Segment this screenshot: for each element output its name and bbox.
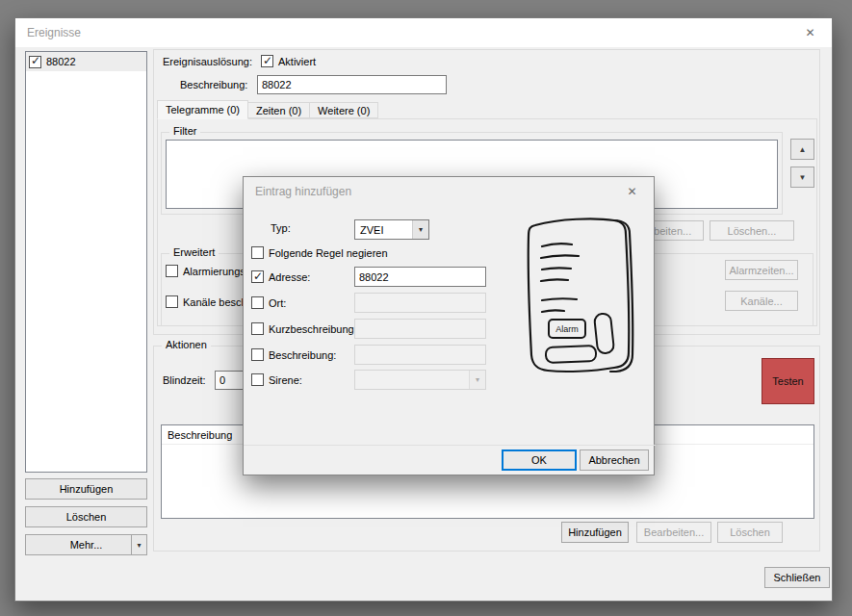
trigger-label: Ereignisauslösung: <box>163 56 252 67</box>
description-label: Beschreibung: <box>180 79 247 90</box>
filter-delete-button[interactable]: Löschen... <box>710 220 794 241</box>
location-checkrow[interactable]: Ort: <box>251 296 286 309</box>
tab-telegramme[interactable]: Telegramme (0) <box>157 100 248 119</box>
siren-label: Sirene: <box>269 374 302 386</box>
location-label: Ort: <box>269 297 286 309</box>
alarm-times-label: Alarmierungsz <box>183 266 250 277</box>
move-down-button[interactable]: ▼ <box>790 167 814 188</box>
tab-zeiten[interactable]: Zeiten (0) <box>248 102 310 118</box>
type-dropdown[interactable]: ZVEI ▾ <box>354 219 429 240</box>
dialog-title: Eintrag hinzufügen <box>255 185 351 198</box>
advanced-group-label: Erweitert <box>169 246 219 258</box>
negate-checkbox[interactable] <box>251 246 264 259</box>
alarm-times-button[interactable]: Alarmzeiten... <box>725 260 798 280</box>
action-add-button[interactable]: Hinzufügen <box>561 522 629 543</box>
event-checkbox[interactable] <box>29 56 41 68</box>
tab-label: Telegramme (0) <box>166 104 240 116</box>
blind-time-label: Blindzeit: <box>163 374 206 386</box>
sketch-alarm-label: Alarm <box>555 324 579 334</box>
main-titlebar[interactable]: Ereignisse ✕ <box>15 18 832 47</box>
dialog-close-icon[interactable]: ✕ <box>610 177 654 206</box>
type-value: ZVEI <box>360 224 383 236</box>
channels-label: Kanäle besch <box>183 296 247 308</box>
chevron-down-icon[interactable]: ▾ <box>412 220 428 239</box>
channels-checkbox[interactable] <box>166 295 178 308</box>
delete-event-button[interactable]: Löschen <box>25 506 147 527</box>
address-checkrow[interactable]: Adresse: <box>251 270 310 283</box>
channels-button[interactable]: Kanäle... <box>725 291 798 311</box>
description-label: Beschreibung: <box>269 349 336 361</box>
filter-group-label: Filter <box>169 125 200 137</box>
chevron-down-icon[interactable]: ▾ <box>131 535 146 554</box>
siren-checkbox[interactable] <box>251 373 264 386</box>
more-button[interactable]: Mehr... ▾ <box>25 534 147 555</box>
dialog-separator <box>244 445 656 446</box>
tab-label: Weitere (0) <box>318 105 370 116</box>
short-description-checkrow[interactable]: Kurzbeschreibung: <box>251 322 357 335</box>
more-button-label: Mehr... <box>70 539 103 551</box>
dialog-titlebar[interactable]: Eintrag hinzufügen ✕ <box>244 177 654 206</box>
activated-checkbox[interactable] <box>261 55 273 67</box>
description-checkrow[interactable]: Beschreibung: <box>251 348 336 361</box>
event-label: 88022 <box>46 56 76 67</box>
alarm-times-checkrow[interactable]: Alarmierungsz <box>166 265 250 277</box>
chevron-down-icon: ▾ <box>469 371 485 389</box>
channels-checkrow[interactable]: Kanäle besch <box>166 295 247 308</box>
arrow-down-icon: ▼ <box>799 173 807 182</box>
cancel-button[interactable]: Abbrechen <box>580 449 649 471</box>
short-description-checkbox[interactable] <box>251 322 264 335</box>
close-icon[interactable]: ✕ <box>788 18 832 47</box>
short-description-label: Kurzbeschreibung: <box>269 323 357 335</box>
type-label: Typ: <box>271 222 291 234</box>
alarm-times-checkbox[interactable] <box>166 265 178 277</box>
pager-sketch-image: Alarm <box>503 210 648 388</box>
activated-label: Aktiviert <box>278 56 316 67</box>
tab-weitere[interactable]: Weitere (0) <box>310 102 378 118</box>
activated-checkrow[interactable]: Aktiviert <box>261 55 316 67</box>
description-input[interactable] <box>257 75 447 94</box>
events-list[interactable]: 88022 <box>25 51 147 473</box>
siren-dropdown[interactable]: ▾ <box>354 370 486 390</box>
location-input[interactable] <box>354 293 486 313</box>
location-checkbox[interactable] <box>251 296 264 309</box>
window-title: Ereignisse <box>27 26 81 39</box>
actions-group-label: Aktionen <box>162 339 211 350</box>
dialog-description-input[interactable] <box>354 345 486 365</box>
address-input[interactable] <box>354 267 486 287</box>
address-checkbox[interactable] <box>251 270 264 283</box>
address-label: Adresse: <box>269 271 310 283</box>
siren-checkrow[interactable]: Sirene: <box>251 373 302 386</box>
arrow-up-icon: ▲ <box>799 145 807 154</box>
add-event-button[interactable]: Hinzufügen <box>25 478 147 500</box>
move-up-button[interactable]: ▲ <box>790 139 814 160</box>
action-edit-button[interactable]: Bearbeiten... <box>636 522 711 543</box>
negate-checkrow[interactable]: Folgende Regel negieren <box>251 246 388 259</box>
short-description-input[interactable] <box>354 319 486 339</box>
action-delete-button[interactable]: Löschen <box>717 522 783 543</box>
test-button[interactable]: Testen <box>762 358 814 404</box>
tab-label: Zeiten (0) <box>256 105 301 116</box>
negate-label: Folgende Regel negieren <box>269 247 388 259</box>
ok-button[interactable]: OK <box>502 449 577 471</box>
description-checkbox[interactable] <box>251 348 264 361</box>
tab-strip: Telegramme (0) Zeiten (0) Weitere (0) <box>157 100 378 119</box>
close-window-button[interactable]: Schließen <box>764 567 830 588</box>
list-item[interactable]: 88022 <box>26 52 146 71</box>
add-entry-dialog: Eintrag hinzufügen ✕ Typ: ZVEI ▾ Folgend… <box>243 176 655 475</box>
